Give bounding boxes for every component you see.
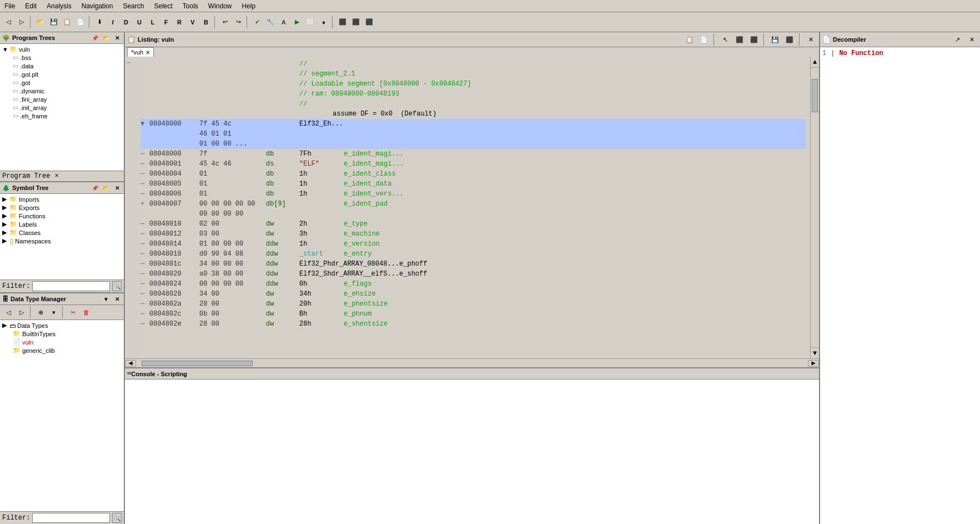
scroll-thumb[interactable]: [812, 79, 818, 112]
listing-hscrollbar[interactable]: ◀ ▶: [125, 358, 819, 367]
symbol-classes[interactable]: ▶ 📁 Classes: [1, 228, 123, 237]
toolbar-win2[interactable]: ⬛: [350, 16, 362, 28]
listing-save2[interactable]: 💾: [769, 33, 781, 46]
toolbar-forward[interactable]: ▷: [16, 16, 28, 28]
menu-select[interactable]: Select: [152, 1, 174, 11]
tree-got[interactable]: ▭ .got: [1, 78, 123, 87]
dt-fwd[interactable]: ▷: [16, 306, 28, 318]
exports-label: Exports: [19, 204, 39, 211]
toolbar-btn3[interactable]: 📋: [61, 16, 73, 28]
toolbar-run[interactable]: ▶: [291, 16, 303, 28]
program-tree-close-btn[interactable]: ×: [54, 172, 58, 180]
decompiler-export[interactable]: ↗: [951, 33, 963, 46]
scroll-up-btn[interactable]: ▲: [811, 57, 819, 68]
listing-vscrollbar[interactable]: ▲ ▼: [810, 57, 819, 358]
symbol-imports[interactable]: ▶ 📁 Imports: [1, 195, 123, 203]
toolbar-analyzer[interactable]: 🔧: [264, 16, 277, 28]
addr-col: 08048014: [149, 239, 199, 249]
menu-tools[interactable]: Tools: [180, 1, 200, 11]
toolbar-diamond[interactable]: ♦: [318, 16, 330, 28]
toolbar-btn-a[interactable]: A: [278, 16, 290, 28]
program-trees-close[interactable]: ✕: [113, 33, 122, 42]
dt-vuln[interactable]: 📄 vuln: [1, 338, 123, 346]
dt-menu[interactable]: ▼: [102, 295, 110, 303]
dt-datatypes[interactable]: ▶ 🗃 Data Types: [1, 321, 123, 330]
program-trees-pin[interactable]: 📌: [91, 33, 99, 42]
toolbar-v[interactable]: V: [187, 16, 199, 28]
toolbar-win3[interactable]: ⬛: [363, 16, 375, 28]
symbol-filter-input[interactable]: [32, 281, 110, 291]
symbol-exports[interactable]: ▶ 📁 Exports: [1, 203, 123, 212]
dt-builtintypes[interactable]: 📁 BuiltInTypes: [1, 330, 123, 338]
dt-menu2[interactable]: ▾: [48, 306, 60, 318]
symbol-filter-btn[interactable]: 🔍: [112, 281, 122, 291]
toolbar-d[interactable]: D: [120, 16, 132, 28]
listing-tab-vuh[interactable]: *vuh ✕: [127, 47, 154, 57]
symbol-tree-open[interactable]: 📂: [102, 183, 110, 192]
symbol-functions[interactable]: ▶ 📁 Functions: [1, 212, 123, 220]
program-trees-root[interactable]: ▼ 📁 vuln: [1, 45, 123, 53]
toolbar-f[interactable]: F: [160, 16, 172, 28]
tree-dynamic[interactable]: ▭ .dynamic: [1, 87, 123, 95]
menu-search[interactable]: Search: [120, 1, 146, 11]
tree-init-array[interactable]: ▭ .init_array: [1, 103, 123, 112]
menu-window[interactable]: Window: [206, 1, 234, 11]
toolbar-save[interactable]: 💾: [48, 16, 60, 28]
console-content[interactable]: [125, 380, 819, 524]
dt-del1[interactable]: ✂: [67, 306, 79, 318]
tree-fini-array[interactable]: ▭ .fini_array: [1, 95, 123, 103]
dt-filter-btn[interactable]: 🔍: [112, 513, 122, 523]
hscroll-thumb[interactable]: [142, 361, 253, 366]
scroll-down-btn[interactable]: ▼: [811, 347, 819, 358]
dt-add[interactable]: ⊕: [34, 306, 47, 318]
menu-analysis[interactable]: Analysis: [44, 1, 74, 11]
dt-del2[interactable]: 🗑: [80, 306, 92, 318]
listing-tab-close[interactable]: ✕: [145, 49, 150, 56]
toolbar-redo[interactable]: ↪: [232, 16, 244, 28]
toolbar-undo[interactable]: ↩: [219, 16, 231, 28]
symbol-tree-close[interactable]: ✕: [113, 183, 122, 192]
menu-file[interactable]: File: [2, 1, 17, 11]
hscroll-right[interactable]: ▶: [808, 360, 819, 367]
toolbar-l[interactable]: L: [147, 16, 159, 28]
dt-generic-clib[interactable]: 📁 generic_clib: [1, 346, 123, 355]
toolbar-back[interactable]: ◁: [2, 16, 14, 28]
listing-view[interactable]: ⬛: [783, 33, 796, 46]
toolbar-stop[interactable]: ⬜: [304, 16, 316, 28]
dt-back[interactable]: ◁: [2, 306, 14, 318]
toolbar-b[interactable]: B: [200, 16, 212, 28]
mnem-col: dw: [266, 309, 299, 319]
menu-help[interactable]: Help: [240, 1, 258, 11]
listing-close[interactable]: ✕: [805, 33, 817, 46]
toolbar-down[interactable]: ⬇: [93, 16, 105, 28]
program-trees-open-folder[interactable]: 📂: [102, 33, 110, 42]
toolbar-i[interactable]: I: [107, 16, 119, 28]
tree-bss[interactable]: ▭ .bss: [1, 53, 123, 62]
toolbar-win1[interactable]: ⬛: [336, 16, 349, 28]
symbol-namespaces[interactable]: ▶ {} Namespaces: [1, 237, 123, 245]
classes-label: Classes: [19, 229, 41, 236]
listing-nav2[interactable]: ⬛: [748, 33, 760, 46]
hscroll-left[interactable]: ◀: [125, 360, 136, 367]
expand-col: —: [140, 239, 149, 249]
toolbar-check[interactable]: ✓: [251, 16, 263, 28]
tree-eh-frame[interactable]: ▭ .eh_frame: [1, 112, 123, 120]
toolbar-open[interactable]: 📂: [34, 16, 47, 28]
toolbar-r[interactable]: R: [173, 16, 185, 28]
listing-paste[interactable]: 📄: [698, 33, 710, 46]
menu-navigation[interactable]: Navigation: [79, 1, 115, 11]
listing-cursor[interactable]: ↖: [719, 33, 731, 46]
menu-edit[interactable]: Edit: [23, 1, 39, 11]
dt-close[interactable]: ✕: [113, 295, 122, 303]
symbol-labels[interactable]: ▶ 📁 Labels: [1, 220, 123, 228]
tree-got-plt[interactable]: ▭ .got.plt: [1, 70, 123, 78]
dt-filter-input[interactable]: [32, 513, 110, 523]
symbol-tree-pin[interactable]: 📌: [91, 183, 99, 192]
listing-copy[interactable]: 📋: [684, 33, 696, 46]
decompiler-close[interactable]: ✕: [966, 33, 978, 46]
toolbar-btn4[interactable]: 📄: [74, 16, 87, 28]
tree-data[interactable]: ▭ .data: [1, 62, 123, 70]
listing-main[interactable]: // // segment_2.1: [136, 57, 810, 358]
listing-nav1[interactable]: ⬛: [733, 33, 746, 46]
toolbar-u[interactable]: U: [133, 16, 145, 28]
